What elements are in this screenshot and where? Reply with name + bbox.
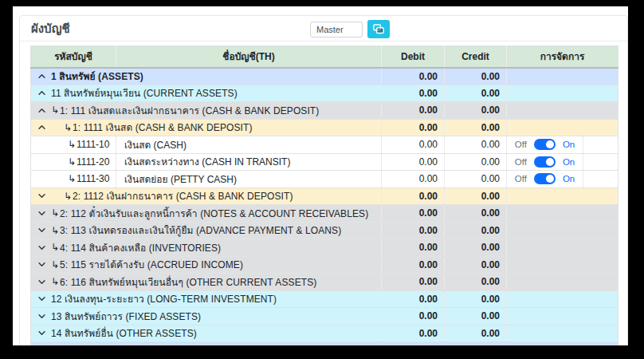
debit-value: 0.00 [382, 325, 445, 342]
status-toggle[interactable] [534, 173, 556, 184]
debit-value: 0.00 [382, 187, 445, 205]
toggle-on-label: On [563, 174, 575, 183]
debit-value: 0.00 [382, 205, 445, 223]
account-label: 1 สินทรัพย์ (ASSETS) [51, 69, 143, 84]
toggle-knob [546, 175, 554, 183]
manage-cell [507, 85, 618, 102]
chevron-down-icon[interactable] [37, 226, 46, 235]
chevron-up-icon[interactable] [37, 123, 46, 132]
chevron-down-icon[interactable] [37, 260, 46, 269]
chevron-down-icon[interactable] [37, 278, 46, 286]
manage-cell [507, 119, 618, 136]
chevron-down-icon[interactable] [37, 209, 46, 218]
account-group-row[interactable]: ↳1: 1111 เงินสด (CASH & BANK DEPOSIT)0.0… [31, 119, 618, 136]
account-group-row[interactable]: ↳2: 1112 เงินฝากธนาคาร (CASH & BANK DEPO… [31, 187, 618, 205]
status-toggle[interactable] [534, 139, 556, 150]
manage-cell [507, 239, 618, 257]
credit-value: 0.00 [445, 187, 507, 205]
branch-arrow-icon: ↳ [64, 191, 72, 202]
column-header-debit: Debit [382, 46, 445, 68]
account-group-row[interactable]: 13 สินทรัพย์ถาวร (FIXED ASSETS)0.000.00 [31, 308, 618, 325]
toggle-on-label: On [563, 157, 575, 167]
account-label: 1: 111 เงินสดและเงินฝากธนาคาร (CASH & BA… [60, 103, 319, 118]
credit-value: 0.00 [445, 171, 507, 188]
account-group-row[interactable]: 12 เงินลงทุน-ระยะยาว (LONG-TERM INVESTME… [31, 290, 618, 308]
chevron-up-icon[interactable] [37, 106, 46, 115]
chevron-up-icon[interactable] [37, 72, 46, 81]
branch-arrow-icon: ↳ [51, 276, 59, 287]
account-code: 1111-30 [77, 173, 109, 184]
account-label: 1: 1111 เงินสด (CASH & BANK DEPOSIT) [73, 120, 253, 135]
column-header-credit: Credit [445, 46, 507, 68]
account-label: 13 สินทรัพย์ถาวร (FIXED ASSETS) [51, 309, 201, 324]
account-detail-row: ↳1111-20เงินสดระหว่างทาง (CASH IN TRANSI… [31, 153, 618, 171]
account-group-row[interactable]: ↳5: 115 รายได้ค้างรับ (ACCRUED INCOME)0.… [31, 256, 618, 274]
account-group-row[interactable]: 14 สินทรัพย์อื่น (OTHER ASSETS)0.000.00 [31, 325, 618, 342]
branch-arrow-icon: ↳ [51, 225, 59, 236]
manage-cell [507, 187, 618, 205]
credit-value: 0.00 [445, 222, 507, 239]
header-controls [310, 20, 390, 38]
account-group-row[interactable]: ↳4: 114 สินค้าคงเหลือ (INVENTORIES)0.000… [31, 239, 618, 257]
branch-arrow-icon: ↳ [64, 122, 72, 133]
chevron-down-icon[interactable] [37, 294, 46, 303]
toggle-off-label: Off [515, 157, 527, 167]
column-header-code: รหัสบัญชี [31, 46, 116, 68]
accounts-table: รหัสบัญชี ชื่อบัญชี(TH) Debit Credit การ… [30, 45, 618, 345]
debit-value: 0.00 [382, 308, 445, 325]
debit-value: 0.00 [382, 119, 445, 136]
debit-value: 0.00 [382, 222, 445, 239]
credit-value: 0.00 [445, 119, 507, 136]
chevron-up-icon[interactable] [37, 89, 46, 97]
credit-value: 0.00 [445, 205, 507, 223]
debit-value: 0.00 [382, 239, 445, 257]
credit-value: 0.00 [445, 308, 507, 325]
manage-cell [507, 222, 618, 239]
account-group-row[interactable]: 11 สินทรัพย์หมุนเวียน (CURRENT ASSETS)0.… [31, 85, 618, 102]
manage-cell [507, 205, 618, 223]
page-title: ผังบัญชี [31, 19, 70, 38]
account-group-row[interactable]: 1 สินทรัพย์ (ASSETS)0.000.00 [31, 68, 618, 85]
branch-arrow-icon: ↳ [51, 259, 59, 270]
table-header-row: รหัสบัญชี ชื่อบัญชี(TH) Debit Credit การ… [31, 46, 618, 68]
status-toggle[interactable] [534, 156, 556, 168]
branch-arrow-icon: ↳ [68, 156, 76, 168]
debit-value: 0.00 [382, 290, 445, 308]
account-label: 2: 1112 เงินฝากธนาคาร (CASH & BANK DEPOS… [73, 188, 293, 203]
credit-value: 0.00 [445, 153, 507, 171]
account-group-row[interactable]: ↳6: 116 สินทรัพย์หมุนเวียนอื่นๆ (OTHER C… [31, 274, 618, 291]
copy-icon [372, 23, 385, 35]
debit-value: 0.00 [382, 85, 445, 102]
chevron-down-icon[interactable] [37, 329, 46, 337]
account-label: 5: 115 รายได้ค้างรับ (ACCRUED INCOME) [60, 257, 243, 272]
account-group-row[interactable]: ↳3: 113 เงินทดรองและเงินให้กู้ยืม (ADVAN… [31, 222, 618, 239]
account-code: 1111-20 [77, 156, 109, 168]
debit-value: 0.00 [382, 153, 445, 171]
account-group-row[interactable]: ↳2: 112 ตั๋วเงินรับและลูกหนี้การค้า (NOT… [31, 205, 618, 223]
credit-value: 0.00 [445, 239, 507, 257]
credit-value: 0.00 [445, 274, 507, 291]
copy-button[interactable] [367, 20, 390, 38]
app-window: ผังบัญชี รหั [13, 6, 628, 345]
partial-row [31, 342, 618, 346]
partial-cell [31, 342, 618, 346]
manage-cell [507, 256, 618, 274]
credit-value: 0.00 [445, 102, 507, 120]
account-table-body: 1 สินทรัพย์ (ASSETS)0.000.0011 สินทรัพย์… [31, 68, 618, 346]
extra-cell [583, 136, 618, 154]
chevron-down-icon[interactable] [37, 243, 46, 252]
account-group-row[interactable]: ↳1: 111 เงินสดและเงินฝากธนาคาร (CASH & B… [31, 102, 618, 120]
account-label: 2: 112 ตั๋วเงินรับและลูกหนี้การค้า (NOTE… [60, 206, 368, 221]
manage-cell [507, 290, 618, 308]
account-label: 4: 114 สินค้าคงเหลือ (INVENTORIES) [60, 240, 221, 255]
chevron-down-icon[interactable] [37, 191, 46, 200]
manage-cell [507, 102, 618, 120]
toggle-off-label: Off [515, 140, 527, 149]
account-name: เงินสดระหว่างทาง (CASH IN TRANSIT) [124, 156, 290, 168]
account-code: 1111-10 [77, 139, 109, 150]
debit-value: 0.00 [382, 102, 445, 120]
chevron-down-icon[interactable] [37, 312, 46, 321]
master-input[interactable] [310, 22, 363, 37]
credit-value: 0.00 [445, 136, 507, 154]
branch-arrow-icon: ↳ [68, 139, 76, 150]
